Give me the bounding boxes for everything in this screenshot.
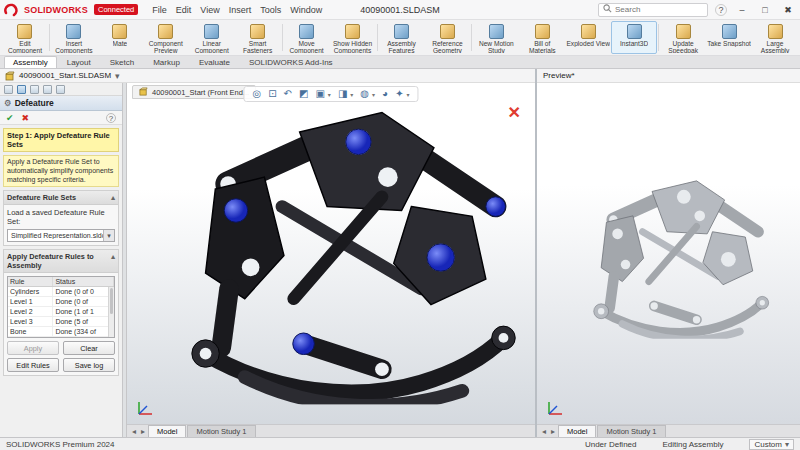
table-row[interactable]: Level 3Done (5 of: [8, 317, 114, 327]
load-rule-set-label: Load a saved Defeature Rule Set:: [7, 208, 115, 226]
mate-icon: [112, 24, 127, 39]
rules-table: Rule Status CylindersDone (0 of 0 Level …: [8, 277, 114, 337]
configuration-manager-tab-icon[interactable]: [30, 85, 39, 94]
manager-pane-tabs: [0, 83, 122, 96]
ribbon-button-linear-component-pattern[interactable]: Linear Component Pattern: [189, 21, 235, 54]
cancel-button[interactable]: ✖: [22, 113, 30, 123]
apply-rules-group: Apply Defeature Rules to Assembly ▴ Rule…: [3, 249, 119, 376]
constraint-state-label: Under Defined: [585, 440, 637, 449]
table-scrollbar[interactable]: [108, 287, 114, 337]
help-button[interactable]: ?: [715, 4, 727, 16]
table-row[interactable]: Level 2Done (1 of 1: [8, 307, 114, 317]
document-tab-bar: 40090001_Start.SLDASM ▾: [0, 69, 535, 83]
ribbon-separator: [658, 24, 659, 51]
ribbon-separator: [49, 24, 50, 51]
ribbon-button-take-snapshot[interactable]: Take Snapshot: [706, 21, 752, 54]
apply-button[interactable]: Apply: [7, 341, 59, 355]
table-row[interactable]: BoneDone (334 of: [8, 327, 114, 337]
ribbon-button-edit-component[interactable]: Edit Component: [2, 21, 48, 54]
property-manager-title: Defeature: [15, 98, 54, 108]
ribbon-button-insert-components[interactable]: Insert Components: [51, 21, 97, 54]
property-manager-panel: ⚙ Defeature ✔ ✖ ? Step 1: Apply Defeatur…: [0, 83, 123, 437]
ribbon-button-move-component[interactable]: Move Component: [284, 21, 330, 54]
menu-tools[interactable]: Tools: [260, 5, 281, 15]
tab-layout[interactable]: Layout: [58, 56, 100, 68]
tab-motion-study-1[interactable]: Motion Study 1: [187, 425, 255, 437]
tab-model[interactable]: Model: [148, 425, 186, 437]
connected-badge: Connected: [94, 4, 138, 15]
take-snapshot-icon: [722, 24, 737, 39]
tab-motion-study-1[interactable]: Motion Study 1: [597, 425, 665, 437]
help-icon[interactable]: ?: [106, 113, 116, 123]
units-selector[interactable]: Custom ▾: [749, 439, 794, 450]
search-input[interactable]: [615, 5, 703, 14]
property-manager-tab-icon[interactable]: [17, 85, 26, 94]
ok-button[interactable]: ✔: [6, 113, 14, 123]
solidworks-logo: [4, 3, 18, 17]
tab-markup[interactable]: Markup: [144, 56, 189, 68]
column-header-rule[interactable]: Rule: [8, 277, 53, 287]
clear-button[interactable]: Clear: [63, 341, 115, 355]
insert-components-icon: [66, 24, 81, 39]
document-tab[interactable]: 40090001_Start.SLDASM: [19, 71, 111, 80]
tab-assembly[interactable]: Assembly: [4, 56, 57, 68]
ribbon-button-component-preview-window[interactable]: Component Preview Window: [143, 21, 189, 54]
assembly-document-icon: [5, 71, 15, 81]
display-manager-tab-icon[interactable]: [56, 85, 65, 94]
edit-rules-button[interactable]: Edit Rules: [7, 358, 59, 372]
dropdown-arrow-icon[interactable]: ▾: [103, 230, 114, 241]
tab-sketch[interactable]: Sketch: [101, 56, 143, 68]
assembly-3d-model[interactable]: [135, 90, 527, 404]
ribbon-button-exploded-view[interactable]: Exploded View: [565, 21, 611, 54]
preview-3d-model[interactable]: [563, 169, 775, 339]
close-button[interactable]: ✖: [780, 5, 796, 15]
ribbon-separator: [377, 24, 378, 51]
collapse-group-icon[interactable]: ▴: [111, 193, 115, 202]
collapse-group-icon[interactable]: ▴: [111, 252, 115, 270]
update-speedpak-subassemblies-icon: [676, 24, 691, 39]
table-row[interactable]: Level 1Done (0 of: [8, 297, 114, 307]
menu-window[interactable]: Window: [290, 5, 322, 15]
menu-file[interactable]: File: [152, 5, 167, 15]
ribbon-button-mate[interactable]: Mate: [97, 21, 143, 54]
edit-component-icon: [17, 24, 32, 39]
feature-manager-tab-icon[interactable]: [4, 85, 13, 94]
rule-set-dropdown[interactable]: Simplified Representation.slddrs ▾: [7, 229, 115, 242]
tab-scroll-left-icon[interactable]: ◂: [540, 427, 548, 436]
command-manager-tabs: Assembly Layout Sketch Markup Evaluate S…: [0, 56, 800, 69]
ribbon-button-new-motion-study[interactable]: New Motion Study: [473, 21, 519, 54]
tab-model[interactable]: Model: [558, 425, 596, 437]
tab-scroll-left-icon[interactable]: ◂: [130, 427, 138, 436]
large-assembly-settings-icon: [768, 24, 783, 39]
menu-edit[interactable]: Edit: [176, 5, 192, 15]
tab-solidworks-add-ins[interactable]: SOLIDWORKS Add-Ins: [240, 56, 342, 68]
document-tab-dropdown-icon[interactable]: ▾: [115, 71, 120, 81]
menu-view[interactable]: View: [200, 5, 219, 15]
ribbon-button-update-speedpak-subassemblies[interactable]: Update Speedpak Subassemblies: [660, 21, 706, 54]
ribbon-button-show-hidden-components[interactable]: Show Hidden Components: [330, 21, 376, 54]
column-header-status[interactable]: Status: [53, 277, 114, 287]
minimize-button[interactable]: –: [734, 5, 750, 15]
table-row[interactable]: CylindersDone (0 of 0: [8, 287, 114, 297]
dimxpert-manager-tab-icon[interactable]: [43, 85, 52, 94]
tab-evaluate[interactable]: Evaluate: [190, 56, 239, 68]
ribbon-button-instant3d[interactable]: Instant3D: [611, 21, 657, 54]
save-log-button[interactable]: Save log: [63, 358, 115, 372]
graphics-area[interactable]: 40090001_Start (Front End... ◎ ⊡ ↶ ◩ ▣▾ …: [127, 83, 535, 437]
ribbon-button-bill-of-materials[interactable]: Bill of Materials: [519, 21, 565, 54]
maximize-button[interactable]: □: [757, 5, 773, 15]
ribbon-button-assembly-features[interactable]: Assembly Features: [379, 21, 425, 54]
model-motion-tabs: ◂ ▸ Model Motion Study 1: [127, 424, 535, 437]
ribbon-button-large-assembly-settings[interactable]: Large Assembly Settings: [752, 21, 798, 54]
rules-table-container: Rule Status CylindersDone (0 of 0 Level …: [7, 276, 115, 338]
ribbon-toolbar: Edit Component Insert Components Mate Co…: [0, 20, 800, 56]
menu-insert[interactable]: Insert: [229, 5, 252, 15]
preview-window-title[interactable]: Preview*: [537, 69, 800, 83]
step-title: Step 1: Apply Defeature Rule Sets: [3, 128, 119, 152]
tab-scroll-right-icon[interactable]: ▸: [549, 427, 557, 436]
tab-scroll-right-icon[interactable]: ▸: [139, 427, 147, 436]
ribbon-button-reference-geometry[interactable]: Reference Geometry: [424, 21, 470, 54]
ribbon-button-smart-fasteners[interactable]: Smart Fasteners: [235, 21, 281, 54]
new-motion-study-icon: [489, 24, 504, 39]
reference-triad: [134, 397, 156, 419]
